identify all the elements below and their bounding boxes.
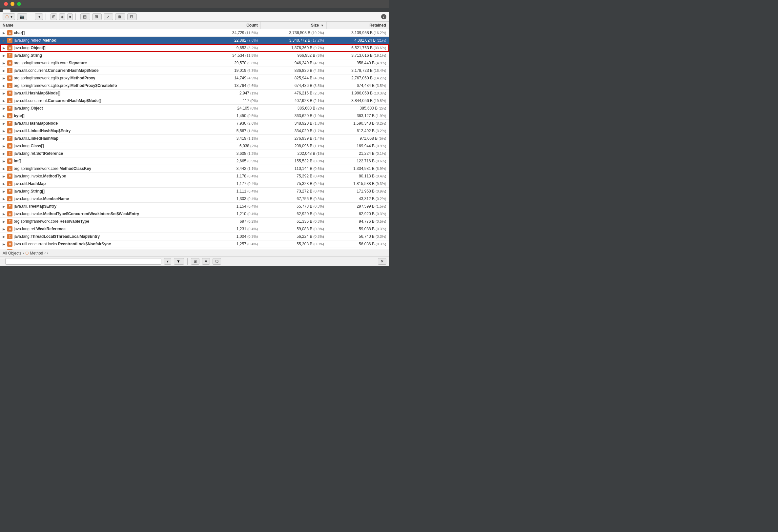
table-row[interactable]: ▶Cjava.lang.invoke.MethodType1,178(0.4%)…: [0, 172, 389, 180]
fields-button[interactable]: ⊞: [92, 13, 102, 20]
table-row[interactable]: ▶Cjava.lang.Class[]6,038(2%)208,096 B(1.…: [0, 142, 389, 150]
expand-arrow[interactable]: ▶: [3, 39, 6, 42]
header-count[interactable]: Count: [214, 22, 260, 29]
expand-arrow[interactable]: ▶: [3, 114, 6, 118]
class-icon: C: [7, 173, 12, 179]
status-all-objects[interactable]: All Objects: [3, 251, 21, 255]
header-size[interactable]: Size ▼: [260, 22, 327, 29]
expand-arrow[interactable]: ▶: [3, 220, 6, 223]
size-cell: 56,224 B(0.3%): [260, 233, 327, 240]
agg-btn-1[interactable]: ⊞: [51, 13, 57, 20]
info-button[interactable]: i: [381, 14, 386, 19]
agg-btn-3[interactable]: ●: [67, 13, 73, 20]
references-button[interactable]: ↗: [104, 13, 113, 20]
table-row[interactable]: ▶Cjava.util.LinkedHashMap3,419(1.1%)276,…: [0, 135, 389, 142]
class-icon: C: [7, 136, 12, 141]
table-row[interactable]: ▶Cjava.lang.invoke.MemberName1,303(0.4%)…: [0, 195, 389, 203]
name-cell: ▶Cjava.lang.String: [0, 52, 214, 59]
filter-grid-btn[interactable]: ⊞: [191, 258, 200, 265]
table-row[interactable]: ▶Cjava.lang.Object[]9,653(3.2%)1,876,360…: [0, 44, 389, 52]
expand-arrow[interactable]: ▶: [3, 152, 6, 155]
table-row[interactable]: ▶Cjava.lang.ref.SoftReference3,608(1.2%)…: [0, 150, 389, 157]
filter-export-btn[interactable]: ⬡: [213, 258, 221, 265]
table-row[interactable]: ▶Cjava.lang.invoke.MethodType$Concurrent…: [0, 210, 389, 218]
expand-arrow[interactable]: ▶: [3, 174, 6, 178]
filter-close-btn[interactable]: ✕: [378, 258, 386, 265]
table-row[interactable]: ▶Cjava.util.concurrent.ConcurrentHashMap…: [0, 97, 389, 105]
expand-arrow[interactable]: ▶: [3, 159, 6, 163]
filter-input[interactable]: [5, 258, 161, 265]
table-row[interactable]: ▶Cjava.lang.String[]1,111(0.4%)73,272 B(…: [0, 187, 389, 195]
table-row[interactable]: ▶Corg.springframework.cglib.proxy.Method…: [0, 82, 389, 89]
expand-arrow[interactable]: ▶: [3, 122, 6, 125]
expand-arrow[interactable]: ▶: [3, 99, 6, 103]
table-row[interactable]: ▶Cjava.lang.ThreadLocal$ThreadLocalMap$E…: [0, 233, 389, 240]
expand-arrow[interactable]: ▶: [3, 129, 6, 133]
filter-text-btn[interactable]: A: [202, 258, 210, 265]
expand-arrow[interactable]: ▶: [3, 84, 6, 88]
preset-button[interactable]: ▾: [35, 13, 43, 20]
header-retained[interactable]: Retained: [327, 22, 389, 29]
table-row[interactable]: ▶Corg.springframework.core.ResolvableTyp…: [0, 218, 389, 225]
table-row[interactable]: ▶Cchar[]34,729(11.5%)3,736,508 B(19.2%)3…: [0, 29, 389, 37]
maximize-dot[interactable]: [17, 2, 21, 6]
table-row[interactable]: ▶Cjava.lang.reflect.Method22,882(7.6%)3,…: [0, 37, 389, 44]
objects-button[interactable]: ⬡ ▾: [3, 13, 15, 20]
expand-arrow[interactable]: ▶: [3, 61, 6, 65]
expand-arrow[interactable]: ▶: [3, 31, 6, 35]
count-cell: 6,038(2%): [214, 142, 260, 150]
table-row[interactable]: ▶Cjava.util.HashMap$Node7,930(2.6%)348,9…: [0, 120, 389, 127]
name-cell: ▶Cjava.util.LinkedHashMap$Entry: [0, 127, 214, 135]
table-row[interactable]: ▶Cjava.lang.Object24,105(8%)385,680 B(2%…: [0, 105, 389, 112]
expand-arrow[interactable]: ▶: [3, 227, 6, 231]
table-row[interactable]: ▶Cjava.lang.ref.WeakReference1,231(0.4%)…: [0, 225, 389, 233]
expand-arrow[interactable]: ▶: [3, 144, 6, 148]
filter-button[interactable]: ▼: [174, 258, 184, 265]
snapshot-button[interactable]: 📷: [17, 13, 27, 20]
size-cell: 208,096 B(1.1%): [260, 142, 327, 150]
table-row[interactable]: ▶Cjava.util.HashMap$Node[]2,947(1%)476,2…: [0, 89, 389, 97]
expand-arrow[interactable]: ▶: [3, 69, 6, 73]
hierarchy-button[interactable]: ⊟: [127, 13, 137, 20]
expand-arrow[interactable]: ▶: [3, 46, 6, 50]
table-row[interactable]: ▶Corg.springframework.cglib.proxy.Method…: [0, 74, 389, 82]
table-row[interactable]: ▶Cjava.util.LinkedHashMap$Entry5,567(1.8…: [0, 127, 389, 135]
table-row[interactable]: ▶Corg.springframework.core.MethodClassKe…: [0, 165, 389, 172]
expand-arrow[interactable]: ▶: [3, 76, 6, 80]
class-icon: C: [7, 188, 12, 194]
expand-arrow[interactable]: ▶: [3, 91, 6, 95]
size-cell: 110,144 B(0.6%): [260, 165, 327, 172]
class-icon: C: [7, 204, 12, 209]
preview-button[interactable]: ▤: [80, 13, 90, 20]
agg-btn-2[interactable]: ◈: [59, 13, 65, 20]
filter-dropdown-btn[interactable]: ▾: [164, 258, 171, 265]
expand-arrow[interactable]: ▶: [3, 106, 6, 110]
expand-arrow[interactable]: ▶: [3, 212, 6, 216]
close-dot[interactable]: [4, 2, 8, 6]
expand-arrow[interactable]: ▶: [3, 235, 6, 238]
minimize-dot[interactable]: [10, 2, 14, 6]
expand-arrow[interactable]: ▶: [3, 54, 6, 57]
expand-arrow[interactable]: ▶: [3, 137, 6, 140]
heap-dump-tab[interactable]: [3, 9, 10, 12]
table-row[interactable]: ▶Cjava.util.concurrent.ConcurrentHashMap…: [0, 67, 389, 74]
table-row[interactable]: ▶Cjava.lang.String34,534(11.5%)966,952 B…: [0, 52, 389, 59]
status-method[interactable]: Method: [30, 251, 43, 255]
table-row[interactable]: ▶Cint[]2,665(0.9%)155,532 B(0.8%)122,716…: [0, 157, 389, 165]
gcroot-button[interactable]: 🗑: [115, 13, 125, 20]
table-row[interactable]: ▶Cjava.util.concurrent.locks.ReentrantLo…: [0, 240, 389, 248]
expand-arrow[interactable]: ▶: [3, 197, 6, 201]
expand-arrow[interactable]: ▶: [3, 167, 6, 170]
header-name[interactable]: Name: [0, 22, 214, 29]
expand-arrow[interactable]: ▶: [3, 242, 6, 246]
class-name: java.util.HashMap$Node: [14, 121, 58, 126]
table-row[interactable]: ▶Cjava.util.HashMap1,177(0.4%)75,328 B(0…: [0, 180, 389, 187]
status-arrows[interactable]: ‹ ›: [44, 251, 48, 255]
table-row[interactable]: ▶Corg.springframework.cglib.core.Signatu…: [0, 59, 389, 67]
table-row[interactable]: ▶Cjava.util.TreeMap$Entry1,154(0.4%)65,7…: [0, 203, 389, 210]
expand-arrow[interactable]: ▶: [3, 189, 6, 193]
table-row[interactable]: ▶Cbyte[]1,450(0.5%)363,620 B(1.9%)363,12…: [0, 112, 389, 120]
expand-arrow[interactable]: ▶: [3, 205, 6, 208]
class-name: java.lang.reflect.Method: [14, 38, 57, 43]
expand-arrow[interactable]: ▶: [3, 182, 6, 185]
